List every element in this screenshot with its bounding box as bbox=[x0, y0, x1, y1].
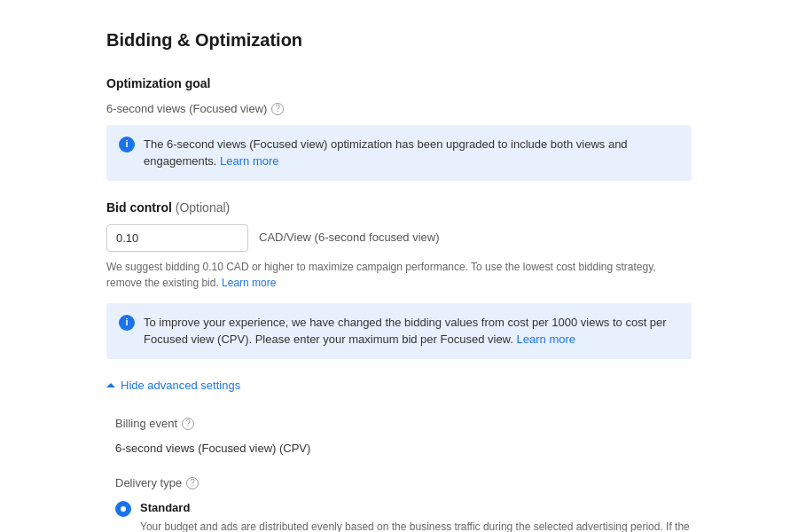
page-title: Bidding & Optimization bbox=[106, 27, 692, 53]
delivery-type-section: Delivery type ? Standard Your budget and… bbox=[115, 474, 692, 532]
optimization-goal-help-icon[interactable]: ? bbox=[271, 103, 284, 115]
delivery-standard-content: Standard Your budget and ads are distrib… bbox=[140, 499, 692, 533]
bid-unit: CAD/View (6-second focused view) bbox=[259, 229, 440, 246]
billing-event-label: Billing event ? bbox=[115, 415, 692, 433]
billing-event-section: Billing event ? 6-second views (Focused … bbox=[115, 415, 692, 457]
optimization-goal-info-box: i The 6-second views (Focused view) opti… bbox=[106, 125, 692, 181]
bid-learn-more-link[interactable]: Learn more bbox=[517, 332, 575, 346]
optimization-goal-section: Optimization goal 6-second views (Focuse… bbox=[106, 74, 692, 181]
delivery-type-help-icon[interactable]: ? bbox=[186, 477, 199, 489]
bid-input[interactable] bbox=[106, 224, 248, 252]
bid-control-info-box: i To improve your experience, we have ch… bbox=[106, 303, 692, 359]
page-container: Bidding & Optimization Optimization goal… bbox=[89, 0, 709, 532]
bid-control-label: Bid control (Optional) bbox=[106, 199, 692, 217]
optimization-learn-more-link[interactable]: Learn more bbox=[220, 154, 278, 168]
bid-control-section: Bid control (Optional) CAD/View (6-secon… bbox=[106, 199, 692, 359]
bid-info-text: To improve your experience, we have chan… bbox=[144, 314, 679, 348]
bid-suggestion-text: We suggest bidding 0.10 CAD or higher to… bbox=[106, 259, 692, 291]
delivery-standard-label: Standard bbox=[140, 499, 692, 517]
optimization-goal-value: 6-second views (Focused view) ? bbox=[106, 100, 692, 118]
bid-input-row: CAD/View (6-second focused view) bbox=[106, 224, 692, 252]
delivery-type-label: Delivery type ? bbox=[115, 474, 692, 492]
optimization-goal-label: Optimization goal bbox=[106, 74, 692, 93]
delivery-standard-desc: Your budget and ads are distributed even… bbox=[140, 519, 692, 532]
advanced-settings-section: Billing event ? 6-second views (Focused … bbox=[106, 415, 692, 532]
optimization-info-icon: i bbox=[119, 137, 135, 153]
bid-suggestion-learn-more-link[interactable]: Learn more bbox=[222, 277, 276, 289]
optimization-info-text: The 6-second views (Focused view) optimi… bbox=[144, 136, 679, 170]
chevron-up-icon bbox=[106, 383, 115, 387]
bid-info-icon: i bbox=[119, 315, 135, 331]
billing-event-help-icon[interactable]: ? bbox=[182, 418, 194, 430]
delivery-standard-radio[interactable] bbox=[115, 501, 131, 517]
delivery-type-standard-option[interactable]: Standard Your budget and ads are distrib… bbox=[115, 499, 692, 533]
hide-advanced-toggle[interactable]: Hide advanced settings bbox=[106, 377, 692, 395]
billing-event-value: 6-second views (Focused view) (CPV) bbox=[115, 440, 692, 458]
bid-control-optional: (Optional) bbox=[176, 200, 230, 215]
